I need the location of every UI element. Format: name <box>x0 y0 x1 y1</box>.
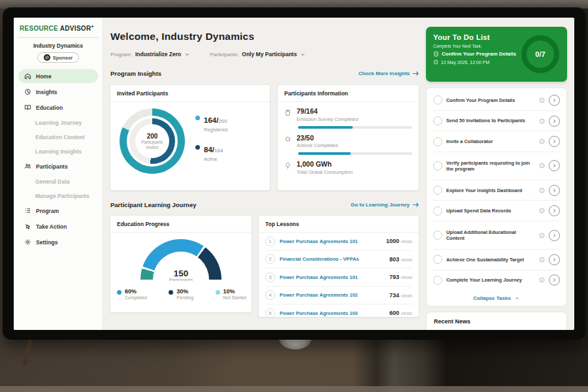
app-logo: RESOURCE ADVISOR+ <box>18 24 98 32</box>
task-row-verify-participants[interactable]: Verify participants requesting to join t… <box>433 152 560 180</box>
page-title: Welcome, Industry Dynamics <box>110 31 254 42</box>
gear-icon <box>24 238 31 246</box>
not-started-dot <box>216 290 220 295</box>
program-filter[interactable]: Program: Industrialize Zero <box>110 51 190 57</box>
lesson-link[interactable]: Power Purchase Agreements 101 <box>280 274 385 280</box>
sidebar-item-take-action[interactable]: Take Action <box>18 220 98 233</box>
task-row-explore-insights[interactable]: Explore Your Insights Dashboard <box>433 180 560 201</box>
list-icon <box>24 207 31 214</box>
participants-information-title: Participants Information <box>278 85 419 102</box>
todo-list-card: Confirm Your Program Details Send 50 Inv… <box>426 88 567 306</box>
sidebar-item-learning-insights[interactable]: Learning Insights <box>18 145 98 157</box>
active-dot <box>195 145 200 150</box>
sponsor-label: Sponsor <box>53 55 73 61</box>
sidebar-item-home[interactable]: Home <box>18 69 98 83</box>
rank-badge: 2 <box>265 254 275 264</box>
people-icon <box>24 163 31 170</box>
rank-badge: 1 <box>265 237 275 246</box>
task-row-achieve-target[interactable]: Achieve One Sustainability Target <box>433 250 560 270</box>
legend-not-started: 10% Not Started <box>216 289 246 300</box>
task-checkbox[interactable] <box>433 186 442 195</box>
lesson-row-2: 2 Financial Considerations - VPPAs 803 v… <box>265 251 412 269</box>
task-checkbox[interactable] <box>433 116 442 125</box>
learning-journey-title: Participant Learning Journey <box>110 201 196 208</box>
sidebar-item-learning-journey[interactable]: Learning Journey <box>18 116 98 129</box>
task-checkbox[interactable] <box>433 95 442 105</box>
sidebar-item-program[interactable]: Program <box>18 204 98 218</box>
rank-badge: 4 <box>265 290 275 300</box>
clipboard-icon <box>284 109 291 116</box>
info-icon <box>539 257 545 263</box>
task-row-confirm-program[interactable]: Confirm Your Program Details <box>433 90 560 111</box>
task-row-complete-learning-journey[interactable]: Complete Your Learning Journey <box>433 270 560 291</box>
task-go-button[interactable] <box>549 274 560 286</box>
chevron-up-icon <box>514 295 520 301</box>
education-gauge-chart: 150 Participants <box>140 239 221 281</box>
chevron-right-icon <box>552 163 557 168</box>
sidebar-item-manage-participants[interactable]: Manage Participants <box>18 189 98 202</box>
legend-completed: 60% Completed <box>117 289 147 300</box>
task-go-button[interactable] <box>549 230 560 241</box>
logo-advisor: ADVISOR+ <box>60 25 94 32</box>
lesson-row-3: 3 Power Purchase Agreements 101 793 view… <box>265 269 412 287</box>
filters-row: Program: Industrialize Zero Participants… <box>110 51 306 57</box>
task-checkbox[interactable] <box>433 137 442 146</box>
task-go-button[interactable] <box>549 185 560 196</box>
task-go-button[interactable] <box>549 95 560 106</box>
sidebar: RESOURCE ADVISOR+ Industry Dynamics Spon… <box>14 18 103 330</box>
task-checkbox[interactable] <box>433 255 442 264</box>
sidebar-item-settings[interactable]: Settings <box>18 235 98 249</box>
main-content: Welcome, Industry Dynamics Program: Indu… <box>103 18 426 330</box>
task-go-button[interactable] <box>549 205 560 216</box>
go-to-learning-journey-link[interactable]: Go to Learning Journey <box>351 202 419 208</box>
collapse-tasks-link[interactable]: Collapse Tasks <box>433 290 560 306</box>
top-lessons-title: Top Lessons <box>259 216 419 233</box>
lesson-link[interactable]: Power Purchase Agreements 102 <box>280 292 385 298</box>
todo-counter: 0/7 <box>535 50 545 58</box>
info-icon <box>539 208 545 214</box>
lesson-link[interactable]: Financial Considerations - VPPAs <box>280 256 385 262</box>
participants-filter-value: Only My Participants <box>242 51 297 57</box>
registered-dot <box>195 116 200 120</box>
task-go-button[interactable] <box>549 160 560 171</box>
participants-filter[interactable]: Participants: Only My Participants <box>210 51 306 57</box>
recent-news-card: Recent News <box>426 312 567 330</box>
sidebar-divider <box>18 37 99 38</box>
clock-icon <box>433 59 438 65</box>
lesson-link[interactable]: Power Purchase Agreements 101 <box>280 238 382 244</box>
sidebar-item-education[interactable]: Education <box>18 101 98 114</box>
task-row-upload-educational-content[interactable]: Upload Additional Educational Content <box>433 221 560 250</box>
task-checkbox[interactable] <box>433 206 442 216</box>
task-go-button[interactable] <box>549 254 560 265</box>
task-checkbox[interactable] <box>433 231 442 240</box>
task-row-send-invitations[interactable]: Send 50 Invitations to Participants <box>433 111 560 132</box>
chevron-right-icon <box>552 257 557 262</box>
sidebar-item-education-content[interactable]: Education Content <box>18 131 98 143</box>
task-go-button[interactable] <box>549 136 560 147</box>
cursor-action-icon <box>24 223 31 230</box>
sidebar-item-participants[interactable]: Participants <box>18 159 98 173</box>
chevron-right-icon <box>552 119 557 123</box>
task-checkbox[interactable] <box>433 276 442 285</box>
task-row-upload-spend-data[interactable]: Upload Spend Data Records <box>433 201 560 221</box>
task-go-button[interactable] <box>549 116 560 127</box>
lesson-views: 734 views <box>389 292 412 299</box>
donut-center-label: 200 Participants Invited <box>120 108 185 174</box>
chevron-right-icon <box>552 188 557 193</box>
task-row-invite-collaborator[interactable]: Invite a Collaborator <box>433 131 560 152</box>
arrow-right-icon <box>412 202 419 208</box>
sidebar-item-general-data[interactable]: General Data <box>18 175 98 188</box>
emission-survey-row: 79/164 Emission Survey Completed <box>278 102 419 122</box>
lesson-row-5: 5 Power Purchase Agreements 103 600 view… <box>265 304 412 322</box>
check-more-insights-link[interactable]: Check More Insights <box>359 71 419 76</box>
lesson-link[interactable]: Power Purchase Agreements 103 <box>280 310 385 316</box>
sidebar-item-insights[interactable]: Insights <box>18 85 98 99</box>
monitor-bezel: RESOURCE ADVISOR+ Industry Dynamics Spon… <box>3 7 585 340</box>
chevron-right-icon <box>552 233 557 238</box>
task-checkbox[interactable] <box>433 161 442 171</box>
sponsor-badge[interactable]: Sponsor <box>37 52 79 63</box>
program-filter-label: Program: <box>110 52 132 57</box>
arrow-right-icon <box>412 71 419 76</box>
info-icon <box>539 233 545 238</box>
chevron-right-icon <box>552 278 557 282</box>
